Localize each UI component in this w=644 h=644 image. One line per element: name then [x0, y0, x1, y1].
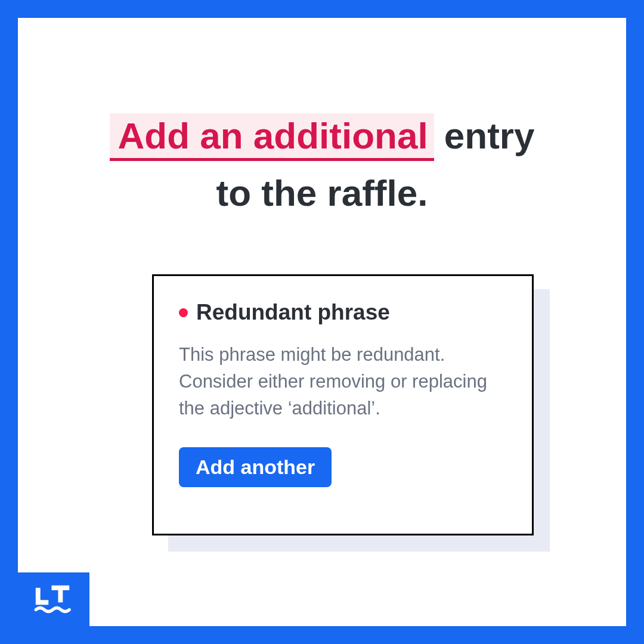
suggestion-button[interactable]: Add another — [179, 447, 332, 487]
highlighted-phrase[interactable]: Add an additional — [110, 113, 434, 161]
logo-box — [18, 572, 89, 626]
card-header: Redundant phrase — [179, 300, 507, 325]
card-title: Redundant phrase — [196, 300, 390, 325]
example-sentence: Add an additional entry to the raffle. — [18, 107, 626, 222]
lt-logo-icon — [33, 581, 75, 617]
error-dot-icon — [179, 308, 188, 317]
card-description: This phrase might be redundant. Consider… — [179, 342, 507, 422]
main-panel: Add an additional entry to the raffle. R… — [18, 18, 626, 626]
suggestion-card: Redundant phrase This phrase might be re… — [152, 274, 534, 535]
